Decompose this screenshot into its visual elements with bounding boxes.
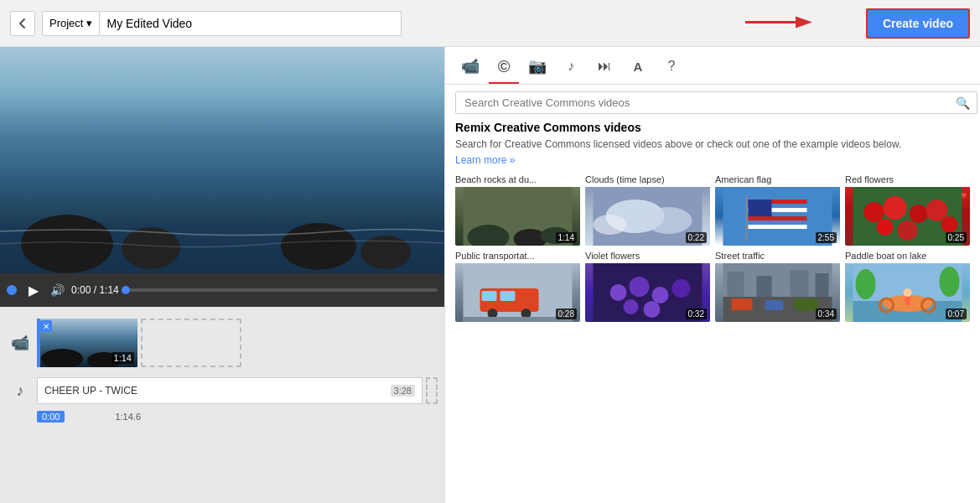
media-content: Remix Creative Commons videos Search for… xyxy=(445,121,980,503)
video-grid: Beach rocks at du... 1:14 Clouds (time l… xyxy=(455,174,970,322)
tab-video[interactable]: 📹 xyxy=(455,54,485,84)
clip-close-button[interactable]: ✕ xyxy=(40,320,52,332)
list-item[interactable]: Violet flowers 0:32 xyxy=(585,251,710,322)
video-duration: 0:34 xyxy=(816,309,837,319)
svg-rect-21 xyxy=(749,216,807,220)
tab-text[interactable]: A xyxy=(623,54,653,84)
project-title-input[interactable] xyxy=(100,11,402,36)
arrow-indicator xyxy=(745,9,812,37)
svg-point-5 xyxy=(281,223,356,270)
svg-point-45 xyxy=(624,299,639,314)
video-duration: 0:07 xyxy=(946,309,967,319)
top-bar: Project ▾ Create video xyxy=(0,0,980,47)
svg-marker-1 xyxy=(796,16,812,28)
search-input[interactable] xyxy=(455,91,977,114)
svg-rect-50 xyxy=(765,300,784,310)
video-track-icon: 📹 xyxy=(7,329,34,356)
video-title: Beach rocks at du... xyxy=(455,174,580,185)
video-thumbnail: 0:34 xyxy=(715,263,840,322)
svg-point-26 xyxy=(864,202,884,222)
audio-track-icon: ♪ xyxy=(7,377,34,404)
progress-bar[interactable] xyxy=(126,288,438,292)
svg-rect-23 xyxy=(749,200,772,216)
list-item[interactable]: Paddle boat on lake xyxy=(845,251,970,322)
tab-photo[interactable]: 📷 xyxy=(522,54,552,84)
audio-clip[interactable]: CHEER UP - TWICE 3:28 xyxy=(37,377,423,404)
list-item[interactable]: American flag xyxy=(715,174,840,246)
left-panel: ▶ 🔊 0:00 / 1:14 📹 xyxy=(0,47,444,503)
video-player: ▶ 🔊 0:00 / 1:14 xyxy=(0,47,444,307)
video-title: Street traffic xyxy=(715,251,840,262)
learn-more-link[interactable]: Learn more » xyxy=(455,154,515,166)
video-preview xyxy=(0,47,444,273)
video-title: Violet flowers xyxy=(585,251,710,262)
video-duration: 2:55 xyxy=(816,232,837,243)
clip-placeholder xyxy=(141,319,241,367)
video-title: Red flowers xyxy=(845,174,970,185)
video-thumbnail: 0:22 xyxy=(585,187,710,246)
volume-icon[interactable]: 🔊 xyxy=(50,283,65,297)
timeline-clip[interactable]: ✕ 1:14 xyxy=(37,319,137,367)
media-tabs: 📹 © 📷 ♪ ⏭ A ? xyxy=(445,47,980,85)
svg-point-46 xyxy=(644,301,661,318)
timeline-audio-row: ♪ CHEER UP - TWICE 3:28 xyxy=(0,372,444,409)
video-title: American flag xyxy=(715,174,840,185)
tab-help[interactable]: ? xyxy=(656,54,687,84)
video-thumbnail: 0:07 xyxy=(845,263,970,322)
video-thumbnail: 1:14 xyxy=(455,187,580,246)
svg-point-3 xyxy=(21,215,113,273)
list-item[interactable]: Clouds (time lapse) 0:22 xyxy=(585,174,710,246)
video-duration: 0:28 xyxy=(556,309,577,319)
remix-desc: Search for Creative Commons licensed vid… xyxy=(455,137,970,152)
list-item[interactable]: Beach rocks at du... 1:14 xyxy=(455,174,580,246)
audio-track-name: CHEER UP - TWICE xyxy=(44,385,137,397)
project-label: Project xyxy=(49,17,83,29)
play-position-dot xyxy=(7,285,17,295)
svg-rect-53 xyxy=(757,276,772,297)
tab-music[interactable]: ♪ xyxy=(556,54,586,84)
list-item[interactable]: Public transportat... xyxy=(455,251,580,322)
svg-rect-62 xyxy=(905,297,910,305)
tab-skip[interactable]: ⏭ xyxy=(589,54,620,84)
video-duration: 1:14 xyxy=(556,232,577,243)
video-title: Public transportat... xyxy=(455,251,580,262)
svg-point-61 xyxy=(904,288,912,297)
svg-point-32 xyxy=(941,216,958,233)
time-marker-start: 0:00 xyxy=(37,411,65,423)
play-button[interactable]: ▶ xyxy=(23,280,44,300)
svg-point-17 xyxy=(594,215,627,235)
heart-icon: ♥ xyxy=(961,189,967,201)
video-duration: 0:32 xyxy=(686,309,707,319)
svg-point-41 xyxy=(610,284,627,301)
timeline-video-row: 📹 xyxy=(0,314,444,372)
search-bar: 🔍 xyxy=(445,85,980,121)
svg-rect-35 xyxy=(482,291,497,301)
tab-creative-commons[interactable]: © xyxy=(489,54,519,84)
right-panel: 📹 © 📷 ♪ ⏭ A ? 🔍 Remix Creative Commons v… xyxy=(444,47,980,503)
svg-point-27 xyxy=(884,196,907,220)
video-thumbnail: ♥ 0:25 xyxy=(845,187,970,246)
project-dropdown[interactable]: Project ▾ xyxy=(42,11,100,36)
list-item[interactable]: Street traffic xyxy=(715,251,840,322)
svg-point-28 xyxy=(910,205,928,223)
audio-duration-badge: 3:28 xyxy=(391,385,415,397)
svg-point-64 xyxy=(940,267,960,297)
create-video-button[interactable]: Create video xyxy=(866,8,970,39)
back-button[interactable] xyxy=(10,11,35,36)
list-item[interactable]: Red flowers ♥ 0:25 xyxy=(845,174,970,246)
svg-point-42 xyxy=(630,277,650,297)
video-duration: 0:22 xyxy=(686,232,707,243)
svg-rect-22 xyxy=(749,225,807,229)
video-title: Paddle boat on lake xyxy=(845,251,970,262)
svg-point-63 xyxy=(856,269,876,299)
svg-rect-52 xyxy=(728,272,744,297)
timeline-clip-wrapper: ✕ 1:14 xyxy=(37,319,137,367)
svg-point-44 xyxy=(672,279,691,298)
dropdown-arrow-icon: ▾ xyxy=(86,17,92,29)
svg-rect-55 xyxy=(816,273,829,297)
audio-placeholder xyxy=(426,377,438,404)
svg-point-30 xyxy=(877,219,894,236)
video-thumbnail: 2:55 xyxy=(715,187,840,246)
clip-duration: 1:14 xyxy=(111,352,134,364)
video-duration: 0:25 xyxy=(946,232,967,243)
